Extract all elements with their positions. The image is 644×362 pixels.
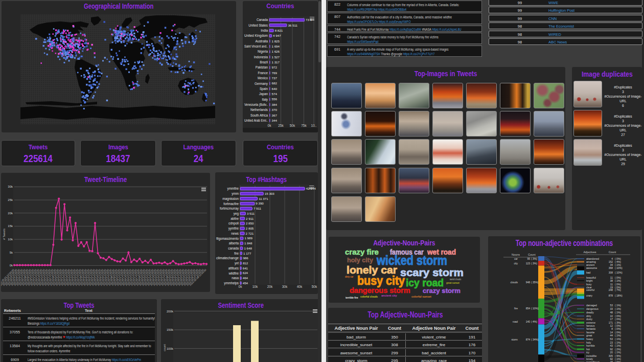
svg-text:641: 641 [243,266,248,270]
svg-text:50k: 50k [312,285,317,288]
svg-text:20k: 20k [8,212,13,215]
svg-text:344: 344 [272,119,278,122]
svg-text:filgomascimento: filgomascimento [216,237,239,241]
svg-text:53: 53 [610,304,613,307]
svg-text:( 34%): ( 34%) [531,338,539,341]
svg-text:United Kingdom: United Kingdom [244,34,268,38]
svg-text:United Arab Emi..: United Arab Emi.. [244,119,268,122]
svg-text:854: 854 [526,307,531,310]
svg-text:attitues: attitues [228,266,239,270]
svg-text:367: 367 [272,114,278,117]
svg-text:( 35%): ( 35%) [531,281,539,284]
svg-text:( 10%): ( 10%) [615,271,623,274]
svg-text:10k: 10k [8,238,13,241]
svg-text:( 10%): ( 10%) [531,307,539,310]
svg-text:Spain: Spain [260,87,268,91]
svg-text:2 850: 2 850 [246,221,254,225]
svg-text:( 4%): ( 4%) [531,320,537,323]
svg-text:Saint Vincent and..: Saint Vincent and.. [244,44,268,48]
svg-text:South Africa: South Africa [250,114,268,117]
svg-text:fire: fire [234,252,239,255]
svg-text:Pakistan: Pakistan [256,65,268,69]
svg-text:200k: 200k [167,310,174,313]
svg-text:horrible: horrible [586,344,595,347]
svg-text:20: 20 [610,351,613,354]
svg-text:15 303: 15 303 [265,192,274,195]
svg-text:United States: United States [248,24,268,27]
svg-text:248: 248 [609,288,613,291]
svg-text:Netherlands: Netherlands [250,108,268,111]
svg-text:30k: 30k [282,285,288,288]
svg-text:bright: bright [586,279,593,282]
svg-text:3 511: 3 511 [247,212,255,215]
svg-text:53: 53 [610,337,613,341]
svg-text:1 825: 1 825 [272,39,280,43]
svg-text:30k: 30k [8,185,13,188]
svg-text:874: 874 [526,338,531,341]
svg-text:2 911: 2 911 [246,217,254,220]
svg-text:10k: 10k [252,285,258,288]
svg-text:France: France [258,71,268,75]
svg-text:25k: 25k [8,198,13,201]
svg-text:Count: Count [609,251,616,254]
svg-text:( 10%): ( 10%) [615,266,623,269]
svg-text:ymmhelps: ymmhelps [224,281,239,285]
svg-text:( 1%): ( 1%) [615,307,621,310]
svg-text:4 947: 4 947 [273,34,281,37]
svg-text:abfire: abfire [231,217,239,220]
svg-text:bad: bad [586,271,591,274]
svg-text:awesome: awesome [586,266,597,269]
svg-text:Venezuela (Boliv..: Venezuela (Boliv.. [244,103,268,107]
svg-text:Indonesia: Indonesia [254,55,268,59]
svg-text:986: 986 [243,256,248,260]
svg-text:( 1%): ( 1%) [615,263,621,266]
svg-text:( 0%): ( 0%) [615,327,621,330]
svg-text:climatechange: climatechange [216,256,239,260]
svg-text:deadly: deadly [586,311,594,314]
svg-text:alberta: alberta [229,241,239,245]
svg-text:( 18%): ( 18%) [615,294,623,297]
svg-text:2 805: 2 805 [246,227,254,230]
svg-text:( 1%): ( 1%) [615,334,621,337]
svg-text:Japan: Japan [259,92,268,96]
svg-text:150k: 150k [167,328,174,331]
svg-text:ymmfire: ymmfire [227,187,239,191]
svg-text:1 527: 1 527 [272,55,280,59]
svg-text:Australia: Australia [256,39,268,43]
svg-text:0k: 0k [10,264,13,267]
svg-text:8: 8 [611,327,613,330]
svg-text:( 1%): ( 1%) [615,344,621,347]
svg-text:370: 370 [272,108,278,111]
svg-text:dusty: dusty [586,318,592,321]
svg-text:1 317: 1 317 [272,60,280,64]
svg-text:44: 44 [610,334,613,337]
svg-text:icy: icy [586,351,590,354]
svg-text:75k: 75k [301,124,307,127]
svg-text:1 848: 1 848 [244,241,252,245]
svg-text:972: 972 [272,65,278,69]
svg-text:fire: fire [514,307,518,310]
svg-text:769: 769 [272,71,278,75]
svg-text:crazy: crazy [586,294,592,297]
svg-text:road: road [513,320,518,323]
svg-text:8 821: 8 821 [275,29,283,32]
svg-text:2 721: 2 721 [246,232,254,235]
svg-text:( 3%): ( 3%) [531,257,537,260]
svg-text:48: 48 [610,311,613,314]
svg-text:city: city [514,262,518,265]
svg-text:15k: 15k [8,224,13,228]
svg-text:( 1%): ( 1%) [615,304,621,307]
svg-text:fortmacfire: fortmacfire [223,202,239,206]
svg-text:Brazil: Brazil [260,60,268,64]
svg-text:0k: 0k [239,285,243,288]
svg-text:812: 812 [243,261,248,265]
svg-text:dangerous: dangerous [586,307,599,310]
svg-text:Italy: Italy [262,98,268,102]
svg-text:737: 737 [272,76,278,80]
svg-text:38: 38 [610,279,613,282]
svg-text:34: 34 [610,263,613,266]
svg-text:682: 682 [272,81,278,85]
svg-text:464: 464 [243,276,248,280]
svg-text:heavy: heavy [586,337,593,341]
svg-text:1 177: 1 177 [243,252,251,255]
